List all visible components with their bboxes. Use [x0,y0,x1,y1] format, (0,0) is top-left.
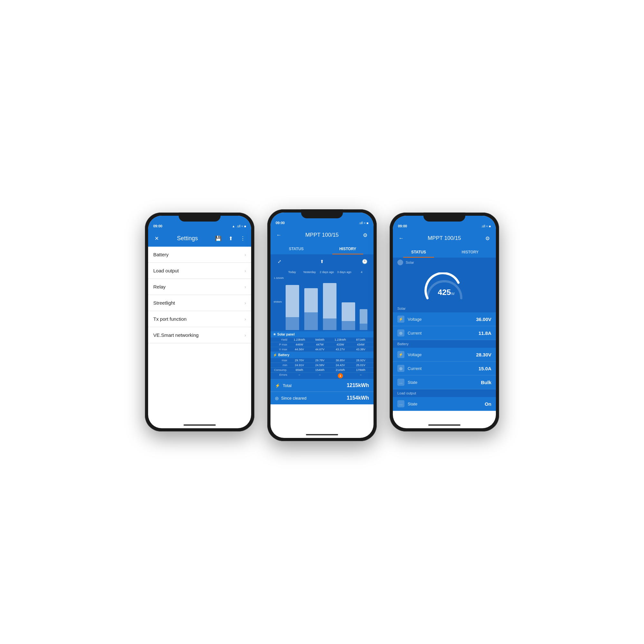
batt-voltage-label: Voltage [408,352,421,357]
vmax-yesterday: 44.67V [310,348,330,351]
consump-today: 65Wh [289,368,310,372]
solar-voltage-label: Voltage [408,317,421,322]
settings-item-ve-smart[interactable]: VE.Smart networking › [148,327,251,343]
back-button-right[interactable]: ← [397,234,406,243]
vmax-3days: 43.38V [351,348,371,351]
back-button-middle[interactable]: ← [274,231,283,240]
bar-today [284,285,301,330]
pmax-2days: 433W [330,343,351,346]
solar-voltage-value: 36.00V [476,317,491,322]
signal-icon-right: .ull ≈ ■ [481,224,491,228]
consump-2days: 214Wh [330,368,351,372]
col-label-3days: 3 days ago [336,270,353,274]
batt-current-icon: ◎ [397,365,404,372]
batt-current-left: ◎ Current [397,365,421,372]
settings-item-battery[interactable]: Battery › [148,247,251,263]
chevron-tx-port: › [244,317,246,322]
total-icon: ⚡ [275,383,280,388]
settings-item-tx-port[interactable]: Tx port function › [148,311,251,327]
batt-min-2days: 24.42V [330,364,351,367]
status-icons-left: ▲ .ull ≈ ■ [232,224,246,228]
settings-app-header: ✕ Settings 💾 ⬆ ⋮ [148,230,251,247]
consumption-row: Consump. 65Wh 154Wh 214Wh 179Wh [270,368,374,373]
status-icons-right: .ull ≈ ■ [481,224,491,228]
batt-min-3days: 25.01V [351,364,371,367]
battery-section-label: Battery [393,340,496,348]
solar-current-left: ◎ Current [397,329,421,336]
total-label: ⚡ Total [275,383,291,388]
bar-3days [340,302,357,330]
notch-right [423,213,465,222]
gauge-container: 425 W [393,267,496,305]
batt-min-today: 24.91V [289,364,310,367]
battery-section-text: Battery [397,342,409,346]
batt-min-label: min [273,364,289,367]
load-state-icon: … [397,400,404,407]
history-icon[interactable]: 🕐 [360,257,369,266]
yield-3days: 871Wh [351,338,371,341]
pmax-row: P max 446W 447W 433W 434W [270,342,374,347]
save-button[interactable]: 💾 [214,234,223,243]
solar-voltage-left: ⚡ Voltage [397,316,421,323]
settings-item-streetlight[interactable]: Streetlight › [148,295,251,311]
consump-yesterday: 154Wh [310,368,330,372]
load-state-left: … State [397,400,417,407]
solar-current-icon: ◎ [397,329,404,336]
batt-max-today: 29.70V [289,359,310,362]
tab-history-right[interactable]: HISTORY [444,247,496,258]
settings-list: Battery › Load output › Relay › Streetli… [148,247,251,343]
chevron-battery: › [244,252,246,257]
share-icon-middle[interactable]: ⬆ [317,257,327,266]
load-state-row: … State On [393,397,496,411]
tab-history-middle[interactable]: HISTORY [322,243,374,254]
solar-current-row: ◎ Current 11.8A [393,326,496,340]
errors-3days: – [351,373,371,378]
solar-section-text: Solar [406,260,414,264]
settings-item-relay[interactable]: Relay › [148,279,251,295]
vmax-label: V max [273,348,289,351]
signal-icon-left: ▲ [232,224,235,228]
batt-max-row: max 29.70V 29.78V 38.85V 28.92V [270,358,374,363]
load-output-section-label: Load output [393,389,496,397]
settings-phone: 09:00 ▲ .ull ≈ ■ ✕ Settings 💾 ⬆ ⋮ Batter [145,213,254,431]
batt-voltage-icon: ⚡ [397,351,404,358]
pmax-today: 446W [289,343,310,346]
settings-button-right[interactable]: ⚙ [483,234,492,243]
batt-voltage-row: ⚡ Voltage 28.30V [393,348,496,362]
battery-icon-table: ⚡ [273,353,277,357]
yield-row: Yield 1.23kWh 946Wh 1.23kWh 871Wh [270,337,374,342]
since-cleared-icon: ◎ [275,396,279,401]
batt-voltage-value: 28.30V [476,352,491,357]
settings-button-middle[interactable]: ⚙ [361,231,370,240]
chevron-ve-smart: › [244,333,246,338]
batt-min-row: min 24.91V 24.58V 24.42V 25.01V [270,363,374,368]
since-cleared-row: ◎ Since cleared 1154kWh [270,392,374,404]
solar-stats-label: Solar [393,305,496,312]
expand-icon[interactable]: ⤢ [275,257,284,266]
batt-state-icon: … [397,379,404,386]
tabs-bar-middle: STATUS HISTORY [270,243,374,254]
solar-stats-text: Solar [397,307,406,310]
y-label-top: 1.32kWh [274,277,284,279]
battery-label: Battery [153,252,169,257]
settings-item-load-output[interactable]: Load output › [148,263,251,279]
close-button[interactable]: ✕ [152,234,161,243]
tab-status-middle[interactable]: STATUS [270,243,322,254]
status-icons-middle: .ull ≈ ■ [359,221,368,225]
errors-label: Errors [273,373,289,378]
solar-voltage-row: ⚡ Voltage 36.00V [393,312,496,326]
solar-table-header: ☀ Solar panel [270,331,374,337]
batt-state-left: … State [397,379,417,386]
batt-state-value: Bulk [481,380,491,385]
pmax-label: P max [273,343,289,346]
more-button[interactable]: ⋮ [238,234,247,243]
tab-status-right[interactable]: STATUS [393,247,444,258]
streetlight-label: Streetlight [153,300,175,306]
vmax-row: V max 44.56V 44.67V 43.27V 43.38V [270,347,374,352]
status-app-header: ← MPPT 100/15 ⚙ [393,230,496,247]
error-badge: 1 [338,373,343,378]
vmax-2days: 43.27V [330,348,351,351]
share-button[interactable]: ⬆ [226,234,235,243]
notch-middle [301,209,343,218]
total-value: 1215kWh [347,383,369,388]
